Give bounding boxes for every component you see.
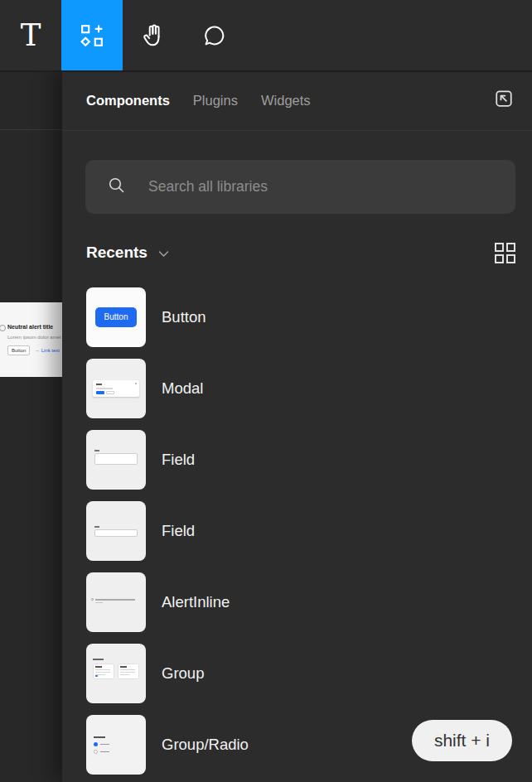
open-in-window-icon bbox=[492, 87, 515, 113]
list-item-label: Button bbox=[162, 308, 206, 326]
tab-components[interactable]: Components bbox=[86, 93, 170, 109]
panel-tabs: Components Plugins Widgets bbox=[62, 70, 532, 131]
alert-card-body: Lorem ipsum dolor amet consec bbox=[7, 335, 62, 340]
recents-dropdown[interactable]: Recents bbox=[86, 244, 169, 262]
thumbnail-field-thin bbox=[86, 501, 146, 561]
list-item-field-1[interactable]: Field bbox=[86, 430, 515, 490]
canvas: Neutral alert title Lorem ipsum dolor am… bbox=[0, 70, 62, 782]
recents-header: Recents bbox=[86, 239, 515, 266]
hand-tool[interactable] bbox=[123, 0, 184, 70]
thumbnail-field-tall bbox=[86, 430, 146, 490]
text-tool[interactable]: T bbox=[0, 0, 61, 70]
list-item-label: Field bbox=[162, 451, 195, 469]
tab-plugins[interactable]: Plugins bbox=[193, 93, 238, 109]
alert-card-title: Neutral alert title bbox=[7, 324, 53, 330]
search-bar[interactable] bbox=[85, 160, 515, 214]
list-item-alertinline[interactable]: AlertInline bbox=[86, 572, 515, 632]
list-item-label: AlertInline bbox=[162, 593, 230, 611]
canvas-alert-card: Neutral alert title Lorem ipsum dolor am… bbox=[0, 302, 62, 377]
list-item-button[interactable]: Button Button bbox=[86, 287, 515, 347]
hand-icon bbox=[140, 22, 167, 49]
alert-card-button: Button bbox=[7, 345, 30, 355]
list-item-group[interactable]: Group bbox=[86, 644, 515, 703]
shortcut-badge: shift + i bbox=[412, 720, 512, 761]
open-in-window-button[interactable] bbox=[492, 87, 515, 113]
component-list: Button Button Modal Field bbox=[62, 287, 532, 775]
toolbar: T bbox=[0, 0, 532, 72]
thumbnail-group bbox=[86, 644, 146, 703]
components-icon bbox=[80, 24, 104, 47]
tab-widgets[interactable]: Widgets bbox=[261, 93, 311, 109]
list-item-label: Group/Radio bbox=[162, 736, 249, 754]
search-icon bbox=[102, 176, 127, 199]
components-tool[interactable] bbox=[61, 0, 123, 70]
chevron-down-icon bbox=[148, 244, 169, 262]
list-item-label: Group bbox=[162, 664, 204, 683]
list-item-field-2[interactable]: Field bbox=[86, 501, 515, 561]
list-item-label: Field bbox=[162, 522, 195, 540]
thumbnail-button: Button bbox=[86, 287, 146, 347]
components-panel: Components Plugins Widgets Recents bbox=[62, 70, 532, 782]
comments-tool[interactable] bbox=[184, 0, 245, 70]
thumbnail-group-radio bbox=[86, 715, 146, 775]
text-tool-icon: T bbox=[21, 20, 41, 51]
thumbnail-modal bbox=[86, 359, 146, 418]
comment-bubble-icon bbox=[201, 22, 228, 49]
alert-card-link: → Link text bbox=[35, 348, 60, 353]
list-item-modal[interactable]: Modal bbox=[86, 359, 515, 418]
alert-info-icon bbox=[0, 325, 6, 331]
recents-label: Recents bbox=[86, 244, 148, 262]
search-input[interactable] bbox=[147, 177, 499, 196]
thumbnail-button-preview: Button bbox=[95, 307, 138, 327]
grid-view-icon[interactable] bbox=[495, 243, 515, 263]
thumbnail-alertinline bbox=[86, 572, 146, 632]
canvas-frame-edge bbox=[0, 129, 62, 130]
list-item-label: Modal bbox=[162, 379, 203, 398]
